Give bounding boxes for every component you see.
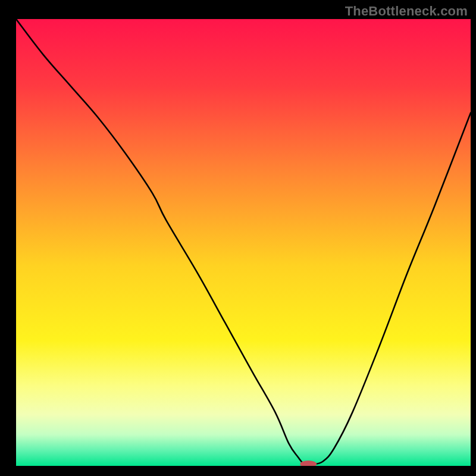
chart-container: TheBottleneck.com — [0, 0, 476, 476]
chart-curve-canvas — [0, 0, 476, 476]
watermark-text: TheBottleneck.com — [345, 4, 468, 19]
